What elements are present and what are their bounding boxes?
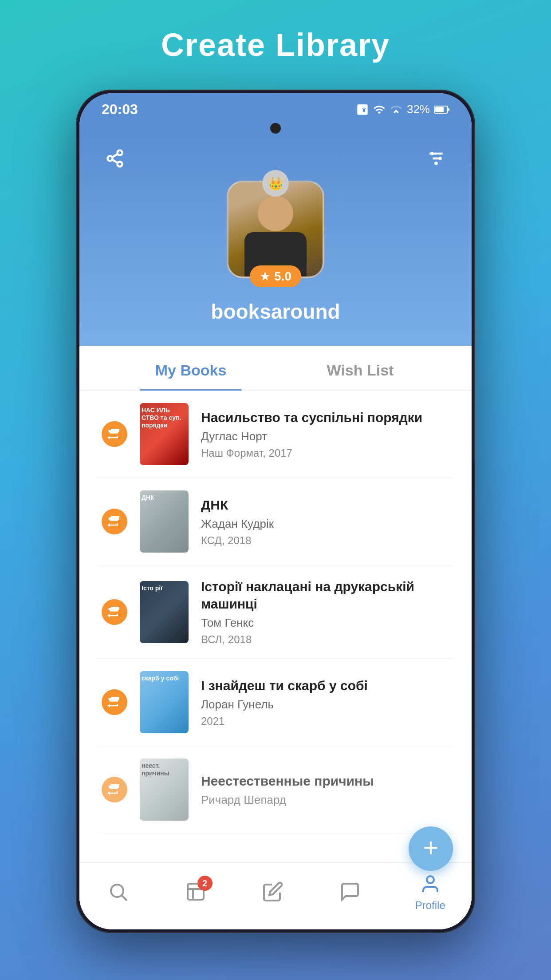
main-content: My Books Wish List НАС ИЛЬ СТВО та суп. … bbox=[79, 346, 472, 929]
edit-icon bbox=[262, 881, 283, 902]
status-bar: 20:03 32% bbox=[79, 93, 472, 123]
book-cover-text: Істо рії bbox=[142, 585, 187, 592]
exchange-icon bbox=[102, 509, 127, 534]
username: booksaround bbox=[211, 300, 340, 324]
profile-nav-icon bbox=[418, 872, 443, 897]
exchange-arrows-icon bbox=[107, 695, 122, 709]
nav-edit[interactable] bbox=[260, 879, 285, 904]
book-publisher: КСД, 2018 bbox=[201, 534, 449, 547]
book-cover: ДНК bbox=[140, 490, 189, 553]
book-title: Історії наклацані на друкарській машинці bbox=[201, 578, 449, 612]
book-info: Неестественные причины Ричард Шепард bbox=[201, 772, 449, 807]
search-nav-icon bbox=[106, 879, 130, 904]
book-publisher: Наш Формат, 2017 bbox=[201, 447, 449, 459]
nav-search[interactable] bbox=[106, 879, 130, 904]
svg-point-19 bbox=[427, 876, 434, 883]
profile-header: 👑 ★ 5.0 booksaround bbox=[79, 136, 472, 346]
book-title: І знайдеш ти скарб у собі bbox=[201, 677, 449, 694]
chat-nav-icon bbox=[338, 879, 362, 904]
book-cover-text: ДНК bbox=[142, 494, 187, 502]
share-icon bbox=[105, 149, 125, 168]
book-item[interactable]: Істо рії Історії наклацані на друкарські… bbox=[97, 565, 454, 659]
book-item[interactable]: неест. причины Неестественные причины Ри… bbox=[97, 746, 454, 834]
book-title: ДНК bbox=[201, 496, 449, 514]
book-author: Дуглас Норт bbox=[201, 430, 449, 443]
fab-plus-icon: + bbox=[423, 834, 438, 861]
share-button[interactable] bbox=[102, 145, 128, 172]
phone-inner: 20:03 32% bbox=[79, 93, 472, 929]
battery-icon bbox=[434, 105, 449, 114]
exchange-arrows-icon bbox=[107, 427, 122, 441]
book-cover-text: скарб у собі bbox=[142, 675, 187, 682]
book-cover: скарб у собі bbox=[140, 671, 189, 733]
phone-frame: 20:03 32% bbox=[76, 90, 475, 933]
book-author: Жадан Кудрік bbox=[201, 517, 449, 531]
book-item[interactable]: НАС ИЛЬ СТВО та суп. порядки Насильство … bbox=[97, 391, 454, 478]
exchange-icon bbox=[102, 599, 127, 625]
filter-button[interactable] bbox=[423, 145, 449, 172]
svg-point-5 bbox=[118, 162, 122, 166]
svg-line-15 bbox=[122, 896, 127, 901]
bottom-nav: 2 bbox=[79, 862, 472, 929]
search-icon bbox=[107, 881, 129, 902]
rating-value: 5.0 bbox=[274, 269, 291, 284]
book-author: Ричард Шепард bbox=[201, 793, 449, 807]
svg-rect-2 bbox=[448, 108, 449, 111]
exchange-arrows-icon bbox=[107, 605, 122, 619]
crown-badge: 👑 bbox=[262, 170, 289, 197]
svg-point-4 bbox=[108, 156, 113, 161]
nav-library[interactable]: 2 bbox=[183, 879, 208, 904]
book-cover-text: НАС ИЛЬ СТВО та суп. порядки bbox=[142, 407, 187, 429]
filter-icon bbox=[426, 149, 446, 168]
page-title: Create Library bbox=[161, 27, 390, 63]
book-info: ДНК Жадан Кудрік КСД, 2018 bbox=[201, 496, 449, 547]
wifi-icon bbox=[373, 103, 386, 116]
svg-point-12 bbox=[439, 157, 442, 160]
tabs: My Books Wish List bbox=[79, 346, 472, 391]
svg-line-6 bbox=[112, 160, 118, 163]
person-head bbox=[258, 196, 293, 231]
book-item[interactable]: ДНК ДНК Жадан Кудрік КСД, 2018 bbox=[97, 478, 454, 565]
chat-icon bbox=[339, 881, 361, 902]
battery-percentage: 32% bbox=[407, 103, 430, 116]
book-title: Насильство та суспільні порядки bbox=[201, 409, 449, 426]
svg-point-13 bbox=[434, 162, 437, 165]
header-actions bbox=[102, 145, 449, 172]
nav-chat[interactable] bbox=[338, 879, 362, 904]
camera-notch bbox=[79, 123, 472, 136]
front-camera bbox=[270, 123, 281, 134]
book-info: Насильство та суспільні порядки Дуглас Н… bbox=[201, 409, 449, 459]
nfc-icon bbox=[356, 103, 369, 116]
svg-point-14 bbox=[111, 885, 123, 897]
rating-badge: ★ 5.0 bbox=[250, 265, 301, 287]
exchange-arrows-icon bbox=[107, 782, 122, 797]
star-icon: ★ bbox=[260, 269, 271, 284]
crown-icon: 👑 bbox=[268, 176, 283, 191]
book-cover: Істо рії bbox=[140, 581, 189, 643]
svg-rect-1 bbox=[435, 107, 444, 112]
book-item[interactable]: скарб у собі І знайдеш ти скарб у собі Л… bbox=[97, 659, 454, 746]
svg-point-3 bbox=[118, 150, 122, 155]
book-info: І знайдеш ти скарб у собі Лоран Гунель 2… bbox=[201, 677, 449, 727]
exchange-arrows-icon bbox=[107, 514, 122, 529]
book-publisher: ВСЛ, 2018 bbox=[201, 633, 449, 646]
status-time: 20:03 bbox=[102, 101, 138, 118]
book-author: Том Генкс bbox=[201, 616, 449, 630]
book-title: Неестественные причины bbox=[201, 772, 449, 790]
exchange-icon bbox=[102, 777, 127, 802]
svg-point-11 bbox=[430, 152, 433, 155]
tab-wish-list[interactable]: Wish List bbox=[276, 346, 445, 390]
edit-nav-icon bbox=[260, 879, 285, 904]
book-publisher: 2021 bbox=[201, 715, 449, 727]
nav-profile[interactable]: Profile bbox=[415, 872, 445, 912]
book-cover: НАС ИЛЬ СТВО та суп. порядки bbox=[140, 403, 189, 465]
book-cover-text: неест. причины bbox=[142, 762, 187, 777]
add-book-fab[interactable]: + bbox=[409, 826, 453, 871]
svg-line-7 bbox=[112, 154, 118, 157]
book-cover: неест. причины bbox=[140, 759, 189, 821]
exchange-icon bbox=[102, 689, 127, 715]
exchange-icon bbox=[102, 421, 127, 447]
book-list: НАС ИЛЬ СТВО та суп. порядки Насильство … bbox=[79, 391, 472, 862]
tab-my-books[interactable]: My Books bbox=[106, 346, 276, 390]
book-author: Лоран Гунель bbox=[201, 698, 449, 711]
